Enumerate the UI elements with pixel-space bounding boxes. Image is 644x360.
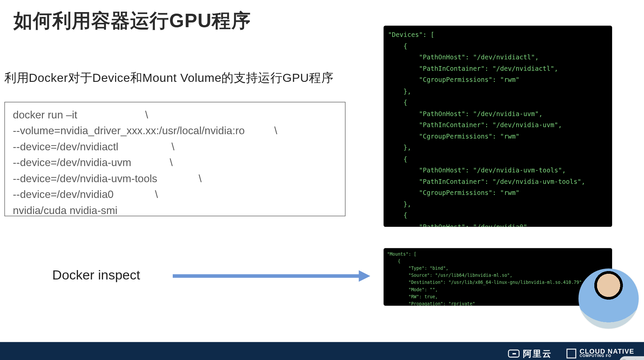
brand-cncf-main: CLOUD NATIVE bbox=[580, 349, 634, 354]
aliyun-logo-icon bbox=[508, 350, 519, 358]
arrow-icon bbox=[173, 272, 372, 280]
docker-inspect-label: Docker inspect bbox=[52, 268, 140, 283]
presenter-avatar bbox=[579, 268, 639, 329]
slide-root: 如何利用容器运行GPU程序 利用Docker对于Device和Mount Vol… bbox=[0, 0, 644, 360]
terminal-mounts-output: "Mounts": [ { "Type": "bind", "Source": … bbox=[384, 248, 612, 306]
slide-footer: 阿里云 CLOUD NATIVE COMPUTING FO bbox=[0, 342, 644, 360]
brand-aliyun-text: 阿里云 bbox=[523, 348, 552, 360]
docker-run-command-box: docker run –it \ --volume=nvidia_driver_… bbox=[4, 102, 345, 216]
cncf-logo-icon bbox=[566, 349, 576, 358]
slide-title: 如何利用容器运行GPU程序 bbox=[13, 8, 251, 34]
slide-subtitle: 利用Docker对于Device和Mount Volume的支持运行GPU程序 bbox=[4, 70, 333, 86]
terminal-devices-output: "Devices": [ { "PathOnHost": "/dev/nvidi… bbox=[384, 26, 612, 227]
watermark-badge: 亿速云 bbox=[619, 356, 644, 360]
brand-aliyun: 阿里云 bbox=[508, 348, 552, 360]
